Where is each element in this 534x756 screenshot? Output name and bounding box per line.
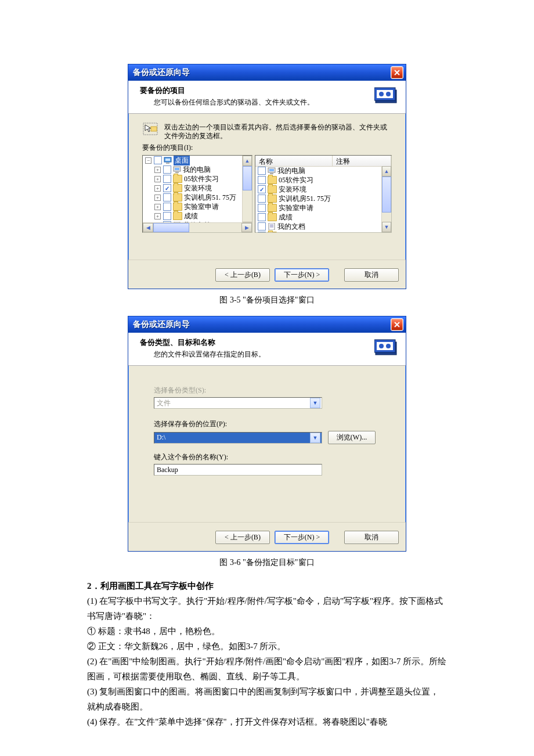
scroll-left-icon[interactable]: ◀ bbox=[143, 223, 153, 232]
folder-icon bbox=[268, 176, 277, 184]
backup-name-value: Backup bbox=[157, 466, 178, 474]
checkbox[interactable] bbox=[258, 176, 266, 184]
folder-icon bbox=[268, 213, 277, 221]
backup-location-value: D:\ bbox=[157, 433, 165, 442]
window-title: 备份或还原向导 bbox=[133, 319, 190, 330]
tree-pane[interactable]: − 桌面 +我的电脑+05软件实习+安装环境+实训机房51. 75万+实验室申请… bbox=[142, 155, 252, 233]
expand-icon[interactable]: + bbox=[154, 185, 161, 192]
list-item-label: 我的文档 bbox=[277, 222, 305, 232]
folder-icon bbox=[268, 232, 277, 232]
list-pane[interactable]: 名称 注释 我的电脑05软件实习安装环境实训机房51. 75万实验室申请成绩我的… bbox=[255, 155, 392, 233]
checkbox[interactable] bbox=[258, 195, 266, 203]
tree-row[interactable]: +实训机房51. 75万 bbox=[143, 193, 243, 202]
col-name[interactable]: 名称 bbox=[255, 156, 333, 166]
checkbox[interactable] bbox=[258, 185, 266, 193]
checkbox[interactable] bbox=[258, 167, 266, 175]
folder-icon bbox=[268, 185, 277, 193]
list-row[interactable]: 成绩 bbox=[255, 213, 382, 222]
checkbox[interactable] bbox=[258, 204, 266, 212]
list-row[interactable]: 我的文档 bbox=[255, 222, 382, 231]
checkbox[interactable] bbox=[163, 193, 171, 201]
checkbox[interactable] bbox=[163, 184, 171, 192]
titlebar[interactable]: 备份或还原向导 bbox=[128, 64, 406, 81]
expand-icon[interactable]: + bbox=[154, 176, 161, 182]
tree-row[interactable]: +我的电脑 bbox=[143, 165, 243, 174]
checkbox[interactable] bbox=[163, 165, 171, 174]
chevron-down-icon[interactable]: ▼ bbox=[310, 433, 320, 443]
cancel-button[interactable]: 取消 bbox=[344, 268, 399, 282]
close-button[interactable] bbox=[391, 66, 403, 79]
folder-icon bbox=[173, 193, 182, 201]
tree-row-root[interactable]: − 桌面 bbox=[143, 156, 243, 165]
browse-button[interactable]: 浏览(W)... bbox=[328, 431, 376, 444]
checkbox[interactable] bbox=[258, 222, 266, 231]
figure-caption-1: 图 3-5 "备份项目选择"窗口 bbox=[0, 295, 534, 305]
svg-rect-11 bbox=[165, 159, 170, 161]
list-vertical-scrollbar[interactable]: ▲ ▼ bbox=[381, 166, 391, 232]
next-button[interactable]: 下一步(N) > bbox=[275, 531, 329, 544]
scroll-up-icon[interactable]: ▲ bbox=[382, 166, 391, 177]
wizard-subheading: 您的文件和设置储存在指定的目标。 bbox=[140, 350, 373, 359]
svg-rect-21 bbox=[269, 169, 274, 171]
expand-icon[interactable]: + bbox=[154, 167, 161, 173]
hint-text: 双击左边的一个项目以查看其内容。然后选择要备份的驱动器、文件夹或文件旁边的复选框… bbox=[164, 122, 392, 141]
expand-icon[interactable]: + bbox=[154, 204, 161, 210]
tree-item-label: 安装环境 bbox=[184, 183, 212, 193]
scroll-thumb[interactable] bbox=[243, 166, 252, 190]
scroll-up-icon[interactable]: ▲ bbox=[243, 156, 252, 166]
expand-icon[interactable]: + bbox=[154, 213, 161, 219]
scroll-right-icon[interactable]: ▶ bbox=[241, 223, 252, 232]
svg-rect-22 bbox=[270, 173, 273, 174]
checkbox[interactable] bbox=[163, 212, 171, 220]
tree-item-label: 实验室申请 bbox=[184, 202, 219, 212]
expand-icon[interactable]: + bbox=[154, 195, 161, 201]
scroll-thumb[interactable] bbox=[382, 177, 391, 213]
collapse-icon[interactable]: − bbox=[145, 157, 151, 164]
next-button[interactable]: 下一步(N) > bbox=[275, 268, 329, 282]
tree-row[interactable]: +安装环境 bbox=[143, 183, 243, 193]
col-comment[interactable]: 注释 bbox=[333, 156, 391, 166]
name-label: 键入这个备份的名称(Y): bbox=[154, 452, 380, 462]
tree-horizontal-scrollbar[interactable]: ◀ ▶ bbox=[143, 222, 252, 232]
folder-icon bbox=[268, 204, 277, 212]
tree-vertical-scrollbar[interactable]: ▲ ▼ bbox=[242, 156, 252, 232]
list-row[interactable]: 实验室申请 bbox=[255, 203, 382, 213]
folder-icon bbox=[173, 212, 182, 220]
window-title: 备份或还原向导 bbox=[133, 67, 190, 78]
list-row[interactable]: 实训机房51. 75万 bbox=[255, 194, 382, 203]
svg-rect-9 bbox=[151, 127, 157, 131]
backup-location-combo[interactable]: D:\ ▼ bbox=[154, 432, 322, 444]
list-item-label: 教材 bbox=[279, 231, 293, 233]
back-button[interactable]: < 上一步(B) bbox=[215, 531, 270, 544]
back-button[interactable]: < 上一步(B) bbox=[215, 268, 270, 282]
backup-type-value: 文件 bbox=[157, 398, 171, 408]
para-line: ① 标题：隶书48，居中，艳粉色。 bbox=[87, 624, 447, 639]
folder-icon bbox=[173, 184, 182, 192]
checkbox[interactable] bbox=[258, 232, 266, 232]
close-button[interactable] bbox=[391, 318, 403, 331]
titlebar[interactable]: 备份或还原向导 bbox=[128, 316, 406, 333]
list-item-label: 我的电脑 bbox=[277, 166, 305, 176]
folder-icon bbox=[173, 175, 182, 183]
tree-row[interactable]: +实验室申请 bbox=[143, 202, 243, 211]
scroll-thumb-h[interactable] bbox=[153, 223, 189, 232]
checkbox[interactable] bbox=[163, 203, 171, 211]
list-row[interactable]: 教材 bbox=[255, 231, 382, 232]
body-text: 2．利用画图工具在写字板中创作 (1) 在写字板中书写文字。执行"开始/程序/附… bbox=[87, 578, 447, 729]
cursor-folder-icon bbox=[142, 122, 158, 136]
tree-row[interactable]: +05软件实习 bbox=[143, 174, 243, 183]
location-label: 选择保存备份的位置(P): bbox=[154, 419, 380, 429]
backup-name-input[interactable]: Backup bbox=[154, 464, 322, 476]
scroll-down-icon[interactable]: ▼ bbox=[382, 222, 391, 232]
pc-icon bbox=[268, 167, 276, 174]
checkbox[interactable] bbox=[258, 213, 266, 221]
tape-icon bbox=[373, 337, 399, 359]
cancel-button[interactable]: 取消 bbox=[344, 531, 399, 544]
list-row[interactable]: 05软件实习 bbox=[255, 175, 382, 185]
tree-item-label: 实训机房51. 75万 bbox=[184, 193, 236, 203]
checkbox[interactable] bbox=[154, 156, 162, 164]
list-row[interactable]: 安装环境 bbox=[255, 185, 382, 194]
checkbox[interactable] bbox=[163, 175, 171, 183]
list-row[interactable]: 我的电脑 bbox=[255, 166, 382, 175]
tree-row[interactable]: +成绩 bbox=[143, 211, 243, 221]
